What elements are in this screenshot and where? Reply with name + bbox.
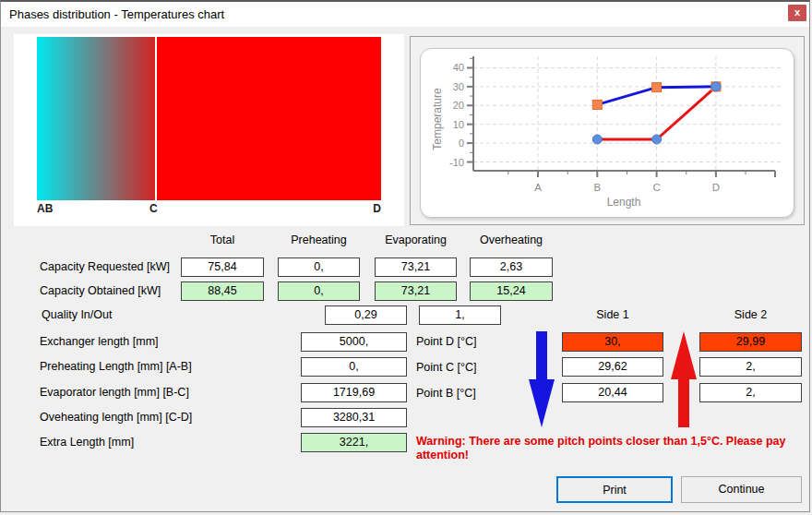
capacity-obtained-total[interactable]: 88,45 [181,281,264,301]
svg-text:Temperature: Temperature [431,88,444,150]
continue-button[interactable]: Continue [681,476,802,503]
capacity-obtained-overheating[interactable]: 15,24 [470,281,553,301]
blue-down-arrow-icon [529,331,555,427]
extra-length-label: Extra Length [mm] [40,436,134,449]
point-c-side1-field[interactable]: 29,62 [562,357,663,377]
temperature-chart: -10010203040ABCDTemperatureLength [420,48,794,218]
col-header-overheating: Overheating [470,234,553,246]
phase-gradient-bar [37,37,381,200]
extra-length-field[interactable]: 3221, [301,433,407,452]
evaporator-length-label: Evaporator length [mm] [B-C] [40,386,189,399]
label-d: D [373,202,381,215]
svg-text:B: B [593,182,601,193]
phase-labels: AB C D [37,202,381,217]
dialog-window: Phases distribution - Temperatures chart… [0,0,810,512]
phase-distribution-panel: AB C D [14,34,404,226]
side1-header: Side 1 [562,308,663,321]
title-bar: Phases distribution - Temperatures chart… [1,2,809,27]
temperature-chart-container: -10010203040ABCDTemperatureLength [410,36,805,225]
point-c-side2-field[interactable]: 2, [699,357,802,377]
svg-text:A: A [534,182,542,193]
point-d-side2-field[interactable]: 29,99 [699,332,802,352]
preheat-evaporate-gradient [37,37,155,200]
close-icon[interactable]: x [788,5,806,21]
capacity-requested-evaporating[interactable]: 73,21 [375,258,457,277]
point-d-side1-field[interactable]: 30, [562,332,663,352]
red-up-arrow-icon [671,331,697,427]
svg-text:-10: -10 [449,157,464,168]
capacity-requested-preheating[interactable]: 0, [278,258,360,277]
capacity-obtained-label: Capacity Obtained [kW] [40,284,161,297]
preheating-length-label: Preheating Length [mm] [A-B] [40,360,192,373]
svg-text:10: 10 [453,119,464,130]
point-b-side2-field[interactable]: 2, [699,383,802,402]
svg-text:0: 0 [459,138,464,149]
label-c: C [149,202,158,215]
exchanger-length-label: Exchanger length [mm] [40,335,159,348]
col-header-preheating: Preheating [278,234,360,246]
quality-in-field[interactable]: 0,29 [325,305,407,325]
svg-text:Length: Length [607,196,641,209]
svg-text:30: 30 [453,81,464,92]
capacity-requested-overheating[interactable]: 2,63 [470,258,553,277]
point-c-label: Point C [°C] [416,361,476,374]
svg-text:D: D [712,182,720,193]
svg-text:C: C [652,182,660,193]
col-header-evaporating: Evaporating [375,234,457,246]
evaporator-length-field[interactable]: 1719,69 [301,383,407,402]
col-header-total: Total [181,234,264,246]
point-b-label: Point B [°C] [416,387,476,400]
quality-out-field[interactable]: 1, [419,305,501,325]
side2-header: Side 2 [699,308,802,321]
overheat-solid-segment [157,37,381,200]
capacity-obtained-preheating[interactable]: 0, [278,281,360,301]
window-title: Phases distribution - Temperatures chart [9,7,224,21]
overheating-length-label: Oveheating length [mm] [C-D] [40,411,192,424]
overheating-length-field[interactable]: 3280,31 [301,408,407,427]
point-b-side1-field[interactable]: 20,44 [562,383,663,402]
point-d-label: Point D [°C] [416,335,476,348]
temperature-length-plot: -10010203040ABCDTemperatureLength [421,49,794,217]
pitch-point-warning: Warning: There are some pitch points clo… [416,435,807,462]
capacity-requested-label: Capacity Requested [kW] [40,260,170,273]
print-button[interactable]: Print [556,476,673,503]
svg-text:20: 20 [453,100,464,111]
quality-label: Quality In/Out [42,308,112,321]
svg-text:40: 40 [453,62,464,73]
preheating-length-field[interactable]: 0, [301,357,407,377]
capacity-requested-total[interactable]: 75,84 [181,258,264,277]
label-ab: AB [37,202,53,215]
capacity-obtained-evaporating[interactable]: 73,21 [375,281,457,301]
exchanger-length-field[interactable]: 5000, [301,332,407,352]
